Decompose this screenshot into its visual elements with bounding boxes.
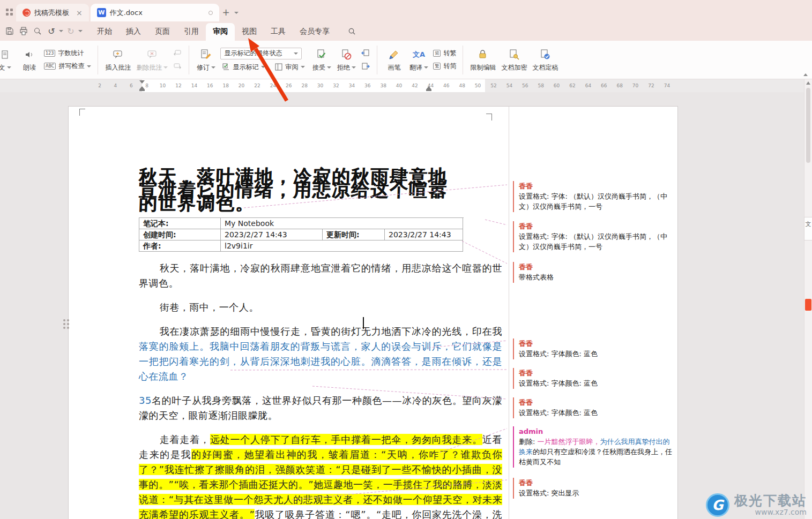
scrollbar-thumb[interactable] xyxy=(806,88,810,163)
next-comment-button[interactable] xyxy=(172,62,183,71)
menu-tab-引用[interactable]: 引用 xyxy=(177,23,206,41)
previous-revision-button[interactable] xyxy=(360,48,371,58)
vertical-scrollbar[interactable] xyxy=(804,79,812,519)
paragraph[interactable]: 35名的叶子从我身旁飘落，这世界好似只有那一种颜色——冰冷的灰色。望向灰濛濛的天… xyxy=(139,393,502,423)
reject-revision-button[interactable]: 拒绝 xyxy=(334,43,359,77)
show-markup-button[interactable]: 显示标记 xyxy=(220,62,267,72)
ink-pen-button[interactable]: 画笔 xyxy=(382,43,406,77)
spell-check-button[interactable]: ABC 拼写检查 xyxy=(42,61,93,71)
comment-card[interactable]: admin删除: 一片黯然浮于眼眸，为什么我用真挚付出的换来的却只有空虚和冷漠？… xyxy=(513,426,674,468)
comment-card[interactable]: 香香带格式表格 xyxy=(513,262,674,283)
watermark-logo-icon: G xyxy=(706,493,729,517)
ruler-number: 40 xyxy=(396,83,402,88)
menu-tab-开始[interactable]: 开始 xyxy=(90,23,119,41)
drag-handle[interactable] xyxy=(63,319,65,321)
read-aloud-button[interactable]: 朗读 xyxy=(17,43,42,77)
print-preview-button[interactable] xyxy=(31,25,44,37)
home-icon[interactable] xyxy=(2,3,16,20)
key-document-icon xyxy=(508,48,520,62)
tab-list-caret-icon[interactable] xyxy=(234,12,239,14)
comment-card[interactable]: 香香设置格式: 字体颜色: 蓝色 xyxy=(513,339,674,359)
paragraph[interactable]: 秋天，落叶满地，冷寂的秋雨肆意地宣泄着它的情绪，用悲凉给这个喧嚣的世界调色。 xyxy=(139,261,502,291)
scroll-up-icon[interactable] xyxy=(806,81,810,85)
simplified-char-icon: 简 xyxy=(433,50,441,57)
author-label-cell: 作者: xyxy=(139,240,221,252)
comment-text: 设置格式: 字体: （默认）汉仪尚巍手书简，（中文）汉仪尚巍手书简，一号 xyxy=(519,231,674,252)
markup-state-combobox[interactable]: 显示标记的最终状态 xyxy=(220,48,302,59)
previous-comment-button[interactable] xyxy=(172,48,183,58)
comment-area-divider xyxy=(509,107,509,519)
comment-card[interactable]: 香香设置格式: 字体: （默认）汉仪尚巍手书简，（中文）汉仪尚巍手书简，一号 xyxy=(513,221,674,252)
redo-button[interactable]: ↻ xyxy=(64,25,77,37)
side-panel-tab[interactable]: 文 xyxy=(804,217,812,240)
created-label-cell: 创建时间: xyxy=(139,229,221,240)
menu-tab-视图[interactable]: 视图 xyxy=(235,23,264,41)
document-body[interactable]: 秋天，落叶满地，冷寂的秋雨肆意地 宣泄着它的情绪，用悲凉给这个喧嚣 的世界调色。… xyxy=(139,107,502,519)
print-button[interactable] xyxy=(17,25,30,37)
ruler-number: 14 xyxy=(191,83,197,88)
encrypt-document-button[interactable]: 文档加密 xyxy=(498,43,530,77)
translate-button[interactable]: 文A 翻译 xyxy=(406,43,431,77)
ruler-number: 24 xyxy=(270,83,276,88)
save-button[interactable] xyxy=(3,25,16,37)
menu-tab-会员专享[interactable]: 会员专享 xyxy=(293,23,337,41)
insert-comment-button[interactable]: 插入批注 xyxy=(102,43,133,77)
search-button[interactable] xyxy=(345,25,358,37)
delete-comment-button[interactable]: 删除批注 xyxy=(133,43,170,77)
next-revision-button[interactable] xyxy=(360,62,371,71)
watermark-site-name: 极光下载站 xyxy=(734,494,807,508)
finalize-document-button[interactable]: 文档定稿 xyxy=(530,43,561,77)
undo-button[interactable]: ↺ xyxy=(45,25,58,37)
menu-tab-审阅[interactable]: 审阅 xyxy=(206,23,235,41)
tab-close-icon[interactable]: × xyxy=(76,9,83,17)
quick-access-toolbar: ↺ ↻ xyxy=(3,25,83,37)
lock-icon xyxy=(476,48,489,62)
tab-status-dot[interactable] xyxy=(208,11,213,15)
ruler-number: 12 xyxy=(175,83,181,88)
new-tab-button[interactable]: + xyxy=(219,4,233,20)
left-indent-marker[interactable] xyxy=(139,89,145,91)
ruler-number: 28 xyxy=(301,83,307,88)
comment-text: 设置格式: 字体颜色: 蓝色 xyxy=(519,378,674,388)
restrict-editing-button[interactable]: 限制编辑 xyxy=(467,43,498,77)
comment-text: 删除: 一片黯然浮于眼眸，为什么我用真挚付出的换来的却只有空虚和冷漠？任秋雨洒在… xyxy=(519,437,674,467)
comment-card[interactable]: 香香设置格式: 字体: （默认）汉仪尚巍手书简，（中文）汉仪尚巍手书简，一号 xyxy=(513,181,674,212)
comment-card[interactable]: 香香设置格式: 突出显示 xyxy=(513,478,674,499)
note-info-table[interactable]: 笔记本: My Notebook 创建时间: 2023/2/27 14:43 更… xyxy=(139,217,464,252)
undo-caret-icon[interactable] xyxy=(59,30,63,32)
ruler-number: 10 xyxy=(160,83,166,88)
ruler-number: 70 xyxy=(632,83,638,88)
paragraph[interactable]: 我在凄凉萧瑟的细雨中慢慢行走，昏黄的街灯无力地洒下冰冷的光线，印在我落寞的脸颊上… xyxy=(139,324,502,384)
clipped-tool-button[interactable]: 文 xyxy=(0,43,17,77)
paragraph[interactable]: 走着走着，远处一个人停下了自行车，手中撑着一把伞，匆匆向我走来。近看走来的是我的… xyxy=(139,432,502,519)
document-page[interactable]: 秋天，落叶满地，冷寂的秋雨肆意地 宣泄着它的情绪，用悲凉给这个喧嚣 的世界调色。… xyxy=(68,106,678,519)
document-tab-active[interactable]: W 作文.docx xyxy=(91,4,219,21)
menu-tab-页面[interactable]: 页面 xyxy=(148,23,177,41)
accept-revision-button[interactable]: 接受 xyxy=(309,43,334,77)
document-tab-template[interactable]: 找稿壳模板 × xyxy=(16,4,89,21)
first-line-indent-marker[interactable] xyxy=(139,80,145,84)
dropdown-caret-icon xyxy=(424,66,428,69)
paragraph[interactable]: 街巷，雨中，一个人。 xyxy=(139,300,502,315)
collapse-ribbon-button[interactable] xyxy=(803,73,808,76)
menu-tab-插入[interactable]: 插入 xyxy=(119,23,148,41)
menu-tabs: 开始插入页面引用审阅视图工具会员专享 xyxy=(90,21,337,41)
notebook-label-cell: 笔记本: xyxy=(139,218,221,229)
updated-value-cell: 2023/2/27 14:43 xyxy=(385,229,463,240)
redo-caret-icon[interactable] xyxy=(78,30,83,32)
comment-run: 设置格式: 字体: （默认）汉仪尚巍手书简，（中文）汉仪尚巍手书简，一号 xyxy=(519,192,667,210)
to-simplified-button[interactable]: 繁 转简 xyxy=(431,61,458,71)
menu-tab-工具[interactable]: 工具 xyxy=(264,23,293,41)
right-indent-marker-base[interactable] xyxy=(426,89,431,91)
track-changes-button[interactable]: 修订 xyxy=(193,43,218,77)
comment-card[interactable]: 香香设置格式: 字体颜色: 蓝色 xyxy=(513,397,674,418)
ruler-number: 58 xyxy=(538,83,543,88)
document-title[interactable]: 秋天，落叶满地，冷寂的秋雨肆意地 宣泄着它的情绪，用悲凉给这个喧嚣 的世界调色。 xyxy=(139,170,502,210)
comment-card[interactable]: 香香设置格式: 字体颜色: 蓝色 xyxy=(513,368,674,389)
to-traditional-button[interactable]: 简 转繁 xyxy=(431,48,458,58)
text-run: 我在凄凉萧瑟的细雨中慢慢行走，昏黄的街灯无力地洒下冰冷的光线，印在我 xyxy=(160,326,502,337)
word-count-button[interactable]: 123 字数统计 xyxy=(42,48,93,58)
review-pane-button[interactable]: 审阅 xyxy=(273,62,307,72)
horizontal-ruler[interactable]: 2468101214161820222426283032343638404244… xyxy=(0,79,804,92)
edit-position-marker[interactable] xyxy=(805,299,811,311)
